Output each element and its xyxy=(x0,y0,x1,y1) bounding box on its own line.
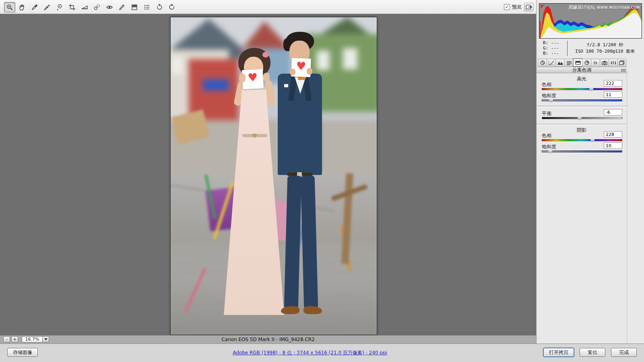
stacked-pages-icon xyxy=(619,60,625,65)
balance-input[interactable] xyxy=(604,109,622,115)
tab-split-toning[interactable] xyxy=(573,59,582,66)
open-copy-button[interactable]: 打开拷贝 xyxy=(543,348,574,357)
rotate-ccw-icon xyxy=(156,4,163,11)
eyedropper-plus-icon xyxy=(43,4,51,11)
tab-snapshots[interactable] xyxy=(617,59,626,66)
exif-readout: R: --- G: --- B: --- f/2.8 1/200 秒 ISO 1… xyxy=(539,40,641,57)
split-tone-icon xyxy=(575,60,581,65)
preview-label: 预览 xyxy=(512,4,522,10)
tab-presets[interactable] xyxy=(609,59,617,66)
shadows-hue-label: 色相 xyxy=(542,132,551,139)
panel-title: 分离色调 xyxy=(572,67,592,73)
fx-icon: fx xyxy=(592,60,599,65)
camera-raw-window: ✓ 预览 xyxy=(0,0,644,362)
tab-tone-curve[interactable] xyxy=(547,59,555,66)
straighten-tool[interactable] xyxy=(79,2,90,12)
balance-slider[interactable] xyxy=(542,117,622,119)
highlights-hue-thumb[interactable] xyxy=(589,87,594,91)
magnifier-icon xyxy=(6,4,13,11)
tab-camera-calibration[interactable] xyxy=(600,59,609,66)
lens-icon xyxy=(584,60,590,65)
preview-checkbox[interactable]: ✓ xyxy=(504,4,510,10)
reset-button[interactable]: 复位 xyxy=(580,348,605,357)
aperture-icon xyxy=(539,60,546,65)
highlights-hue-slider[interactable] xyxy=(542,88,622,90)
graduated-filter-tool[interactable] xyxy=(129,2,140,12)
image-canvas[interactable]: ♥ ♥ xyxy=(0,14,536,335)
exposure-readout: f/2.8 1/200 秒 ISO 100 70-200@110 毫米 xyxy=(570,42,640,55)
workflow-options-link[interactable]: Adobe RGB (1998)；8 位；3744 x 5616 (21.0 百… xyxy=(0,350,620,356)
adjustments-panel: 思缘设计论坛 WWW.MISSYUAN.COM R: --- G: --- B:… xyxy=(536,0,644,343)
highlights-saturation-label: 饱和度 xyxy=(542,93,556,99)
angle-icon xyxy=(81,4,88,11)
bottom-bar: 存储图像 Adobe RGB (1998)；8 位；3744 x 5616 (2… xyxy=(0,343,644,362)
split-toning-panel: 高光 色相 饱和度 平衡 阴影 色相 饱和度 xyxy=(537,73,627,343)
tab-effects[interactable]: fx xyxy=(591,59,600,66)
fullscreen-toggle-icon xyxy=(526,4,532,10)
spot-removal-tool[interactable] xyxy=(91,2,103,12)
tab-lens-corrections[interactable] xyxy=(582,59,591,66)
divider xyxy=(537,124,627,125)
hand-tool[interactable] xyxy=(17,2,28,12)
lines-icon xyxy=(566,60,572,65)
eyedropper-icon xyxy=(31,4,38,11)
target-circle-icon xyxy=(56,4,63,11)
balance-label: 平衡 xyxy=(542,110,551,117)
photo-preview: ♥ ♥ xyxy=(170,17,377,335)
sliders-icon xyxy=(610,60,617,65)
done-button[interactable]: 完成 xyxy=(611,348,637,357)
rotate-cw-icon xyxy=(168,4,175,11)
shadows-hue-thumb[interactable] xyxy=(590,138,595,142)
rotate-left-tool[interactable] xyxy=(154,2,165,12)
highlights-hue-label: 色相 xyxy=(542,81,551,88)
svg-text:fx: fx xyxy=(593,61,598,65)
balance-thumb[interactable] xyxy=(578,116,582,120)
color-sampler-tool[interactable] xyxy=(41,2,53,12)
tab-hsl-grayscale[interactable] xyxy=(564,59,573,66)
zoom-tool[interactable] xyxy=(4,2,15,12)
crop-tool[interactable] xyxy=(66,2,78,12)
toggle-fullscreen-button[interactable] xyxy=(524,3,533,11)
divider xyxy=(537,106,627,107)
highlights-hue-input[interactable] xyxy=(604,80,622,86)
histogram[interactable]: 思缘设计论坛 WWW.MISSYUAN.COM xyxy=(539,3,642,39)
crop-icon xyxy=(68,4,76,11)
shadows-saturation-slider[interactable] xyxy=(542,150,622,152)
exif-divider xyxy=(567,41,568,56)
tool-group xyxy=(4,2,178,12)
eye-icon xyxy=(106,4,113,11)
tab-basic[interactable] xyxy=(538,59,547,66)
hand-icon xyxy=(19,4,26,11)
list-icon xyxy=(143,4,151,11)
panel-menu-icon[interactable] xyxy=(621,68,626,72)
brush-icon xyxy=(118,4,126,11)
toolbar: ✓ 预览 xyxy=(0,0,536,14)
rotate-right-tool[interactable] xyxy=(166,2,178,12)
panel-title-bar: 分离色调 xyxy=(537,67,627,73)
histogram-watermark: 思缘设计论坛 WWW.MISSYUAN.COM xyxy=(569,4,640,10)
adjustment-brush-tool[interactable] xyxy=(116,2,128,12)
white-balance-tool[interactable] xyxy=(29,2,40,12)
filename-label: Canon EOS 5D Mark II - IMG_9428.CR2 xyxy=(0,337,536,342)
tab-detail[interactable] xyxy=(555,59,564,66)
preferences-tool[interactable] xyxy=(141,2,153,12)
spot-heal-icon xyxy=(93,4,101,11)
shadows-saturation-input[interactable] xyxy=(604,142,622,149)
camera-icon xyxy=(601,60,608,65)
shadows-saturation-label: 饱和度 xyxy=(542,144,556,150)
adjustment-tabs: fx xyxy=(538,59,626,66)
highlights-saturation-slider[interactable] xyxy=(542,99,622,101)
graduated-filter-icon xyxy=(131,4,138,11)
rgb-readout: R: --- G: --- B: --- xyxy=(543,40,559,56)
curve-icon xyxy=(548,60,555,65)
mountains-icon xyxy=(557,60,564,65)
shadows-hue-input[interactable] xyxy=(604,131,622,138)
highlights-saturation-input[interactable] xyxy=(604,91,622,98)
checkmark-icon: ✓ xyxy=(505,5,509,9)
preview-toggle[interactable]: ✓ 预览 xyxy=(504,4,522,10)
shadow-clipping-warning-icon[interactable] xyxy=(541,5,545,9)
targeted-adjustment-tool[interactable] xyxy=(54,2,65,12)
red-eye-tool[interactable] xyxy=(104,2,115,12)
shadows-hue-slider[interactable] xyxy=(542,139,622,141)
status-strip: - + 16.7% Canon EOS 5D Mark II - IMG_942… xyxy=(0,335,536,343)
